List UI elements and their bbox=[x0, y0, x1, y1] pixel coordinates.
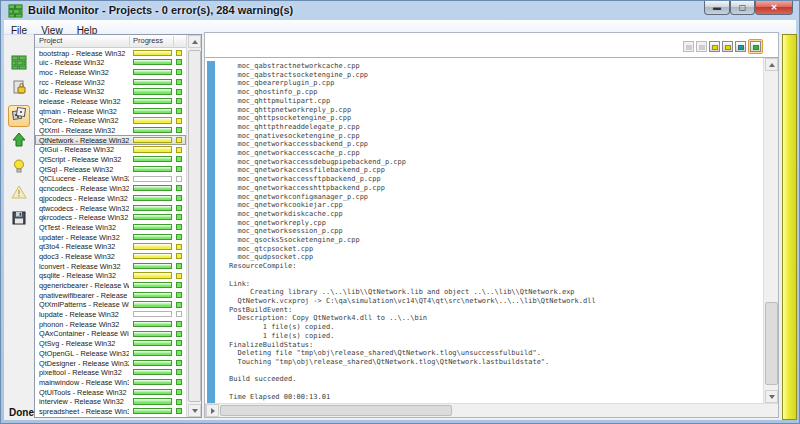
progress-bar bbox=[133, 389, 172, 395]
project-row[interactable]: spreadsheet - Release Win32 bbox=[35, 406, 186, 416]
project-row[interactable]: mainwindow - Release Win32 bbox=[35, 377, 186, 387]
progress-bar bbox=[133, 369, 172, 375]
project-row[interactable]: QtUiTools - Release Win32 bbox=[35, 387, 186, 397]
scroll-right-button[interactable] bbox=[206, 404, 219, 417]
project-row[interactable]: QtGui - Release Win32 bbox=[35, 145, 186, 155]
project-row[interactable]: QtDesigner - Release Win32 bbox=[35, 358, 186, 368]
project-row[interactable]: qcncodecs - Release Win32 bbox=[35, 184, 186, 194]
save-disk-button[interactable] bbox=[8, 209, 30, 231]
progress-bar bbox=[133, 50, 172, 56]
log-filter-button[interactable] bbox=[709, 41, 720, 52]
app-window: Build Monitor - Projects - 0 error(s), 2… bbox=[0, 0, 800, 424]
project-row[interactable]: lrelease - Release Win32 bbox=[35, 96, 186, 106]
scroll-up-button[interactable] bbox=[765, 58, 778, 71]
progress-bar bbox=[133, 272, 172, 278]
scroll-thumb[interactable] bbox=[765, 302, 778, 385]
project-row[interactable]: pixeltool - Release Win32 bbox=[35, 368, 186, 378]
log-horizontal-scrollbar[interactable] bbox=[205, 403, 778, 417]
project-name: QtSql - Release Win32 bbox=[39, 165, 129, 174]
status-square bbox=[176, 302, 182, 308]
log-vertical-scrollbar[interactable] bbox=[763, 58, 778, 403]
progress-bar bbox=[133, 79, 172, 85]
status-square bbox=[176, 205, 182, 211]
project-row[interactable]: qtmain - Release Win32 bbox=[35, 106, 186, 116]
publish-arrow-button[interactable] bbox=[8, 131, 30, 153]
project-row[interactable]: interview - Release Win32 bbox=[35, 397, 186, 407]
project-row[interactable]: lconvert - Release Win32 bbox=[35, 261, 186, 271]
project-row[interactable]: QtSvg - Release Win32 bbox=[35, 339, 186, 349]
project-name: QAxContainer - Release Win32 bbox=[39, 329, 129, 338]
log-view[interactable]: moc_qabstractnetworkcache.cpp moc_qabstr… bbox=[205, 58, 778, 403]
project-row[interactable]: qsqlite - Release Win32 bbox=[35, 271, 186, 281]
arrow-down-icon bbox=[769, 395, 775, 399]
project-row[interactable]: QtSql - Release Win32 bbox=[35, 164, 186, 174]
project-row[interactable]: uic - Release Win32 bbox=[35, 58, 186, 68]
warnings-triangle-button[interactable] bbox=[8, 183, 30, 205]
progress-bar bbox=[133, 185, 172, 191]
scroll-down-button[interactable] bbox=[188, 404, 201, 417]
project-row[interactable]: updater - Release Win32 bbox=[35, 232, 186, 242]
log-filter-button[interactable] bbox=[748, 39, 763, 54]
project-name: QtSvg - Release Win32 bbox=[39, 339, 129, 348]
close-button[interactable]: ✕ bbox=[755, 1, 793, 15]
status-square bbox=[176, 176, 182, 182]
project-row[interactable]: qt3to4 - Release Win32 bbox=[35, 242, 186, 252]
status-square bbox=[176, 350, 182, 356]
status-square bbox=[176, 369, 182, 375]
close-icon: ✕ bbox=[771, 4, 778, 12]
window-title: Build Monitor - Projects - 0 error(s), 2… bbox=[28, 4, 293, 16]
scroll-thumb[interactable] bbox=[220, 405, 452, 416]
projects-dice-button[interactable] bbox=[8, 105, 30, 127]
log-filter-button[interactable] bbox=[735, 41, 746, 52]
list-scrollbar[interactable] bbox=[186, 35, 201, 417]
column-header-progress[interactable]: Progress bbox=[133, 36, 163, 45]
project-row[interactable]: moc - Release Win32 bbox=[35, 67, 186, 77]
project-row[interactable]: QtXml - Release Win32 bbox=[35, 126, 186, 136]
status-square bbox=[176, 389, 182, 395]
project-row[interactable]: qdoc3 - Release Win32 bbox=[35, 251, 186, 261]
project-row[interactable]: phonon - Release Win32 bbox=[35, 319, 186, 329]
log-filter-button[interactable] bbox=[683, 41, 694, 52]
project-row[interactable]: QtTest - Release Win32 bbox=[35, 222, 186, 232]
title-bar[interactable]: Build Monitor - Projects - 0 error(s), 2… bbox=[1, 1, 799, 20]
log-filter-icon bbox=[696, 41, 707, 52]
project-row[interactable]: qkrcodecs - Release Win32 bbox=[35, 213, 186, 223]
project-row[interactable]: idc - Release Win32 bbox=[35, 87, 186, 97]
status-square bbox=[176, 89, 182, 95]
project-row[interactable]: QAxContainer - Release Win32 bbox=[35, 329, 186, 339]
project-row[interactable]: qgenericbearer - Release Win32 bbox=[35, 281, 186, 291]
project-row[interactable]: bootstrap - Release Win32 bbox=[35, 48, 186, 58]
project-row[interactable]: rcc - Release Win32 bbox=[35, 77, 186, 87]
project-list-panel: Project Progress bootstrap - Release Win… bbox=[34, 34, 202, 418]
progress-bar bbox=[133, 117, 172, 123]
log-filter-button[interactable] bbox=[722, 41, 733, 52]
scroll-thumb[interactable] bbox=[188, 50, 201, 402]
log-text: moc_qabstractnetworkcache.cpp moc_qabstr… bbox=[229, 62, 596, 401]
scroll-down-button[interactable] bbox=[765, 390, 778, 403]
hints-lightbulb-button[interactable] bbox=[8, 157, 30, 179]
progress-bar bbox=[133, 156, 172, 162]
project-row[interactable]: QtCLucene - Release Win32 bbox=[35, 174, 186, 184]
build-bricks-button[interactable] bbox=[8, 53, 30, 75]
project-row[interactable]: lupdate - Release Win32 bbox=[35, 310, 186, 320]
project-row[interactable]: qjpcodecs - Release Win32 bbox=[35, 193, 186, 203]
progress-bar bbox=[133, 398, 172, 404]
errors-page-button[interactable] bbox=[8, 79, 30, 101]
log-filter-button[interactable] bbox=[696, 41, 707, 52]
column-header-project[interactable]: Project bbox=[39, 36, 62, 45]
project-row[interactable]: QtXmlPatterns - Release Win32 bbox=[35, 300, 186, 310]
project-row[interactable]: qtwcodecs - Release Win32 bbox=[35, 203, 186, 213]
project-row[interactable]: QtOpenGL - Release Win32 bbox=[35, 348, 186, 358]
scroll-up-button[interactable] bbox=[188, 35, 201, 48]
progress-bar bbox=[133, 311, 172, 317]
status-square bbox=[176, 311, 182, 317]
maximize-button[interactable]: ▢ bbox=[730, 1, 755, 15]
progress-bar bbox=[133, 176, 172, 182]
build-log-panel: moc_qabstractnetworkcache.cpp moc_qabstr… bbox=[204, 32, 779, 418]
project-row[interactable]: QtScript - Release Win32 bbox=[35, 155, 186, 165]
project-row-selected[interactable]: QtNetwork - Release Win32 bbox=[35, 135, 186, 145]
status-square bbox=[176, 108, 182, 114]
project-row[interactable]: qnativewifibearer - Release ... bbox=[35, 290, 186, 300]
minimize-button[interactable]: ▬ bbox=[704, 1, 730, 15]
project-row[interactable]: QtCore - Release Win32 bbox=[35, 116, 186, 126]
